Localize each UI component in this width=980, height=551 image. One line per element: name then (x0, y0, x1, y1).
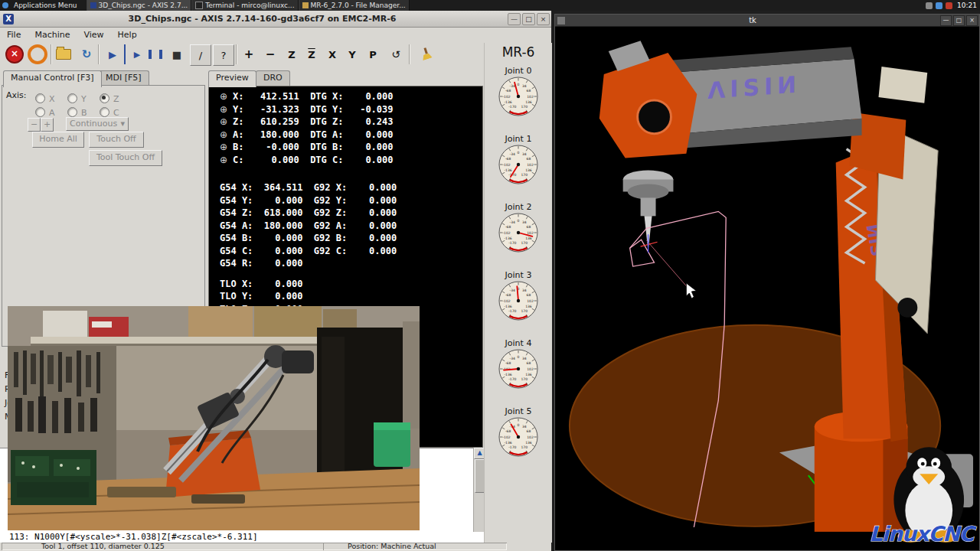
axis-window-title: 3D_Chips.ngc - AXIS 2.7.14-160-gd3a6cf7 … (17, 14, 508, 24)
tray-icon-3[interactable] (946, 2, 952, 9)
tab-mdi[interactable]: MDI [F5] (98, 70, 149, 86)
folder-icon (56, 49, 71, 60)
menu-file[interactable]: File (0, 30, 28, 40)
broom-icon (416, 47, 433, 63)
radio-axis-a[interactable] (35, 107, 45, 117)
tab-manual-control[interactable]: Manual Control [F3] (3, 70, 102, 87)
svg-text:136: 136 (525, 168, 532, 172)
estop-button[interactable]: × (5, 44, 24, 64)
close-button[interactable]: × (537, 13, 550, 25)
tk-close-button[interactable]: × (966, 15, 978, 26)
touch-off-button[interactable]: Touch Off (89, 132, 144, 148)
svg-text:68: 68 (527, 89, 531, 93)
machine-power-button[interactable] (28, 44, 47, 64)
dro-line-g54c: G54 C: 0.000 G92 C: 0.000 (220, 246, 397, 256)
svg-text:0: 0 (518, 355, 520, 359)
homed-icon: ⊕ (220, 117, 233, 126)
tab-preview[interactable]: Preview (208, 70, 256, 87)
svg-text:-34: -34 (510, 84, 515, 88)
status-tool: Tool 1, offset 110, diameter 0.125 (2, 543, 361, 550)
view-y-button[interactable]: Y (342, 44, 362, 64)
tab-dro[interactable]: DRO (256, 70, 290, 86)
menu-view[interactable]: View (77, 30, 110, 40)
tool-touch-off-button[interactable]: Tool Touch Off (89, 150, 162, 166)
dro-line-c: C: 0.000 DTG C: 0.000 (233, 155, 394, 165)
power-icon (28, 44, 47, 64)
radio-axis-c[interactable] (100, 107, 109, 117)
taskbar-window-terminal[interactable]: Terminal - mirco@linuxc... (191, 0, 298, 11)
tk-minimize-button[interactable]: — (940, 15, 952, 26)
axis-titlebar[interactable]: X 3D_Chips.ngc - AXIS 2.7.14-160-gd3a6cf… (0, 11, 551, 28)
open-file-button[interactable] (54, 44, 74, 64)
svg-text:170: 170 (521, 309, 528, 313)
applications-menu-button[interactable]: Applications Menu (11, 0, 80, 11)
dro-readout: ⊕X: 412.511 DTG X: 0.000 ⊕Y: -31.323 DTG… (220, 90, 397, 315)
joint-3-readout: Joint 3 03468102136170-34-68-102-136-170 (485, 270, 552, 324)
clear-plot-button[interactable] (415, 44, 435, 64)
view-z-button[interactable]: Z (282, 44, 302, 64)
terminal-window-icon (195, 2, 203, 9)
gcode-current-line[interactable]: 113: N1000Y[#<yscale>*-31.038]Z[#<zscale… (0, 532, 484, 543)
jog-minus-button[interactable]: − (28, 118, 41, 132)
zoom-in-button[interactable]: + (239, 44, 259, 64)
machine-name-label: MR-6 (485, 44, 552, 60)
vismach-3d-view[interactable]: ИIS ΛISIИ (555, 27, 979, 550)
view-x-button[interactable]: X (322, 44, 342, 64)
menu-help[interactable]: Help (111, 30, 144, 40)
pause-button[interactable] (145, 44, 165, 64)
homed-icon: ⊕ (220, 130, 233, 139)
tk-maximize-button[interactable]: □ (953, 15, 965, 26)
svg-text:68: 68 (527, 429, 531, 433)
zoom-out-button[interactable]: − (260, 44, 280, 64)
toggle-optional-pause-button[interactable]: ? (213, 44, 234, 66)
jog-plus-button[interactable]: + (41, 118, 54, 132)
home-all-button[interactable]: Home All (32, 132, 84, 148)
joint-4-gauge: 03468102136170-34-68-102-136-170 (498, 348, 539, 393)
homed-icon: ⊕ (220, 105, 233, 114)
radio-axis-x[interactable] (35, 93, 45, 103)
toggle-skip-lines-button[interactable]: / (190, 44, 211, 66)
tray-icon-1[interactable] (926, 2, 933, 9)
stop-button[interactable]: ■ (167, 44, 187, 64)
dro-line-g54y: G54 Y: 0.000 G92 Y: 0.000 (220, 195, 397, 206)
minimize-button[interactable]: — (508, 13, 521, 25)
maximize-button[interactable]: □ (522, 13, 535, 25)
svg-text:34: 34 (522, 84, 527, 88)
clock[interactable]: 10:21 (954, 0, 980, 11)
menubar: File Machine View Help (0, 28, 484, 42)
dro-line-tloy: TLO Y: 0.000 (220, 291, 302, 302)
rotate-view-button[interactable]: ↺ (386, 44, 406, 64)
svg-text:68: 68 (527, 157, 531, 161)
joint-5-gauge: 03468102136170-34-68-102-136-170 (498, 416, 539, 461)
svg-text:102: 102 (527, 163, 534, 167)
taskbar-window-label: MR-6_2.7.0 - File Manager... (311, 2, 406, 9)
menu-machine[interactable]: Machine (28, 30, 77, 40)
svg-text:170: 170 (521, 445, 528, 449)
svg-text:170: 170 (521, 241, 528, 245)
svg-text:0: 0 (518, 423, 520, 427)
toolbar: × ↻ ▶ ▶ ■ / ? + − Z Z X Y P ↺ (0, 41, 484, 70)
svg-text:-68: -68 (505, 225, 511, 229)
radio-axis-b[interactable] (67, 107, 77, 117)
reload-button[interactable]: ↻ (77, 44, 96, 64)
taskbar-window-axis[interactable]: 3D_Chips.ngc - AXIS 2.7... (87, 0, 192, 11)
radio-axis-y[interactable] (67, 93, 77, 103)
axis-app-icon: X (3, 14, 14, 24)
joint-label: Joint 0 (485, 66, 552, 76)
jog-mode-select[interactable]: Continuous ▾ (66, 117, 129, 131)
svg-text:136: 136 (525, 236, 532, 240)
svg-text:34: 34 (522, 152, 527, 156)
statusbar: Tool 1, offset 110, diameter 0.125 Posit… (0, 543, 551, 551)
radio-axis-z[interactable] (100, 93, 109, 103)
run-button[interactable]: ▶ (103, 44, 122, 64)
dro-line-y: Y: -31.323 DTG Y: -0.039 (233, 104, 394, 115)
tk-titlebar[interactable]: tk — □ × (555, 15, 979, 27)
view-z-rotated-button[interactable]: Z (302, 44, 322, 64)
svg-text:-102: -102 (502, 95, 510, 99)
taskbar-window-filemanager[interactable]: MR-6_2.7.0 - File Manager... (299, 0, 410, 11)
run-from-line-button[interactable]: ▶ (124, 44, 147, 64)
tray-icon-2[interactable] (936, 2, 942, 9)
view-perspective-button[interactable]: P (363, 44, 383, 64)
status-position-mode: Position: Machine Actual (323, 543, 507, 550)
gcode-scrollbar[interactable]: ▲ (473, 448, 485, 543)
